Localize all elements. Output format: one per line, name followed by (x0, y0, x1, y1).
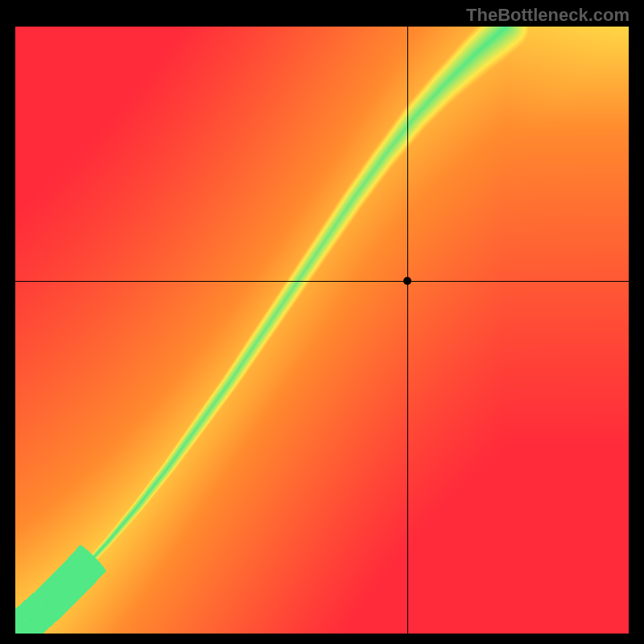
crosshair-horizontal (15, 281, 629, 282)
watermark-text: TheBottleneck.com (466, 5, 630, 26)
heatmap-plot (15, 27, 629, 634)
chart-frame: TheBottleneck.com (0, 0, 644, 644)
heatmap-canvas (15, 27, 629, 634)
crosshair-vertical (407, 27, 408, 634)
